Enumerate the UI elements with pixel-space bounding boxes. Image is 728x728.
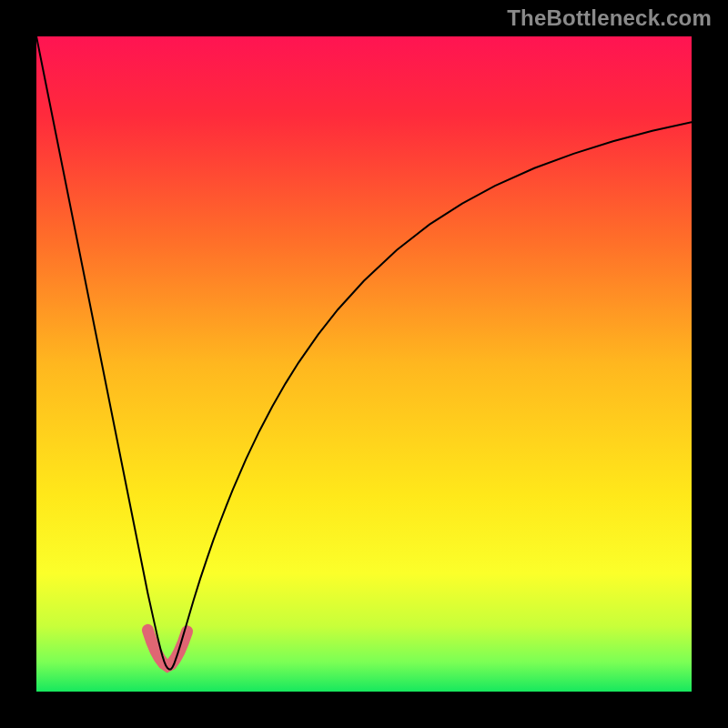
watermark-text: TheBottleneck.com: [507, 5, 712, 31]
bottleneck-curve-path: [36, 36, 692, 670]
chart-svg: [36, 36, 692, 692]
minimum-marker-path: [147, 630, 187, 666]
outer-frame: TheBottleneck.com: [0, 0, 728, 728]
chart-area: [36, 36, 692, 692]
